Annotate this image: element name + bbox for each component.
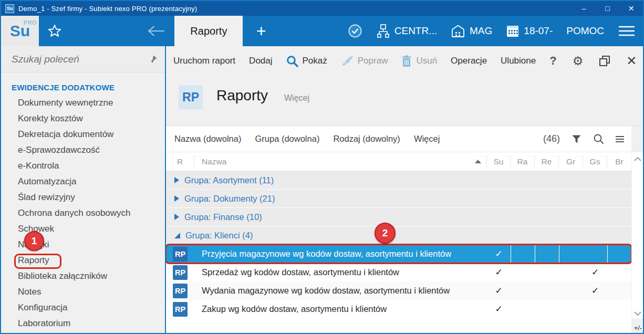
- filter-nazwa-dowolna-[interactable]: Nazwa (dowolna): [174, 134, 241, 144]
- table-row[interactable]: RPWydania magazynowe wg kodów dostaw, as…: [166, 281, 631, 300]
- group-row[interactable]: Grupa: Dokumenty (21): [166, 190, 631, 208]
- tab-raporty[interactable]: Raporty: [174, 16, 243, 46]
- search-list-icon[interactable]: [593, 133, 604, 144]
- plus-minus-label[interactable]: +/-: [634, 325, 642, 332]
- filter-grupa-dowolna-[interactable]: Grupa (dowolna): [255, 134, 319, 144]
- filter-funnel-icon[interactable]: [572, 134, 581, 144]
- close-module-icon[interactable]: ✕: [626, 54, 637, 68]
- sidebar-item-automatyzacja[interactable]: Automatyzacja: [1, 174, 165, 190]
- toolbar-button-label: Popraw: [358, 56, 388, 66]
- building-icon: [451, 24, 465, 38]
- minimize-button[interactable]: –: [572, 1, 596, 16]
- group-expanded-icon[interactable]: [174, 233, 180, 238]
- column-header-re[interactable]: Re: [535, 155, 559, 168]
- toolbar-button-poka-[interactable]: Pokaż: [286, 55, 327, 67]
- table-row[interactable]: RPSprzedaż wg kodów dostaw, asortymentu …: [166, 263, 631, 281]
- report-badge: RP: [173, 302, 188, 317]
- help-menu[interactable]: POMOC: [566, 16, 604, 46]
- title-more-link[interactable]: Więcej: [284, 93, 309, 103]
- command-search[interactable]: [1, 46, 165, 72]
- sidebar-item-dokumenty-wewn-trzne[interactable]: Dokumenty wewnętrzne: [1, 95, 165, 111]
- column-header-gr[interactable]: Gr: [559, 155, 583, 168]
- report-badge: RP: [173, 247, 188, 262]
- column-header-su[interactable]: Su: [487, 155, 511, 168]
- app-window: Su Demo_1 - Szef firmy - Subiekt nexo PR…: [0, 0, 644, 334]
- column-header-nazwa[interactable]: Nazwa: [194, 155, 487, 168]
- row-badge-cell: RP: [166, 284, 194, 298]
- date-label: 18-07-: [524, 25, 553, 37]
- sidebar-item-konfiguracja[interactable]: Konfiguracja: [1, 300, 165, 316]
- branch-selector[interactable]: CENTR...: [377, 16, 437, 46]
- scroll-down-icon[interactable]: [632, 311, 643, 316]
- group-row[interactable]: Grupa: Asortyment (11): [166, 171, 631, 190]
- toolbar-button-label: Uruchom raport: [173, 56, 235, 66]
- sidebar-item-biblioteka-za-cznik-w[interactable]: Biblioteka załączników: [1, 268, 165, 284]
- sidebar-item-e-kontrola[interactable]: e-Kontrola: [1, 158, 165, 174]
- toolbar-button-operacje[interactable]: Operacje: [451, 56, 487, 66]
- group-collapsed-icon[interactable]: [174, 177, 179, 183]
- check-cell-ra: [511, 300, 535, 318]
- sort-ascending-icon: [475, 160, 481, 163]
- scroll-up-icon[interactable]: [632, 156, 643, 161]
- vertical-scrollbar[interactable]: [631, 152, 643, 318]
- toolbar-button-dodaj[interactable]: Dodaj: [249, 56, 272, 66]
- session-status-icon[interactable]: [347, 16, 363, 46]
- group-label: Grupa: Asortyment (11): [184, 175, 274, 185]
- pin-icon[interactable]: [148, 55, 158, 64]
- sidebar-item-ochrona-danych-osobowych[interactable]: Ochrona danych osobowych: [1, 205, 165, 221]
- column-header-ra[interactable]: Ra: [511, 155, 535, 168]
- help-label: POMOC: [566, 25, 604, 37]
- calendar-icon: [506, 24, 520, 38]
- date-selector[interactable]: 18-07-: [506, 16, 553, 46]
- report-name: Zakup wg kodów dostaw, asortymentu i kli…: [194, 304, 487, 314]
- sidebar-item-laboratorium[interactable]: Laboratorium: [1, 316, 165, 331]
- favorites-star-icon[interactable]: [39, 16, 70, 46]
- list-menu-icon[interactable]: [616, 134, 624, 144]
- hamburger-menu-icon[interactable]: [618, 16, 636, 46]
- filter-rodzaj-dowolny-[interactable]: Rodzaj (dowolny): [333, 134, 400, 144]
- column-header-r[interactable]: R: [166, 155, 194, 168]
- column-header-gs[interactable]: Gs: [583, 155, 607, 168]
- check-cell-ra: [511, 263, 535, 281]
- close-window-button[interactable]: ✕: [619, 1, 643, 16]
- toolbar-button-label: Pokaż: [303, 56, 327, 66]
- check-cell-gs: [583, 245, 607, 263]
- maximize-button[interactable]: □: [596, 1, 619, 16]
- help-button[interactable]: ?: [549, 54, 556, 68]
- sidebar-item--lad-rewizyjny[interactable]: Ślad rewizyjny: [1, 190, 165, 205]
- record-count: (46): [543, 133, 560, 144]
- group-collapsed-icon[interactable]: [174, 214, 179, 220]
- row-badge-cell: RP: [166, 302, 194, 317]
- check-cell-gr: [559, 263, 583, 281]
- sidebar-item-korekty-koszt-w[interactable]: Korekty kosztów: [1, 111, 165, 127]
- detach-window-icon[interactable]: [599, 55, 610, 67]
- sidebar-item-e-sprawozdawczo-[interactable]: e-Sprawozdawczość: [1, 142, 165, 158]
- toolbar-button-usu-[interactable]: Usuń: [401, 55, 437, 67]
- filter-wi-cej[interactable]: Więcej: [414, 134, 440, 144]
- group-row[interactable]: Grupa: Finanse (10): [166, 208, 631, 226]
- gear-icon[interactable]: ⚙: [573, 54, 584, 68]
- back-arrow-icon[interactable]: [138, 16, 174, 46]
- group-label: Grupa: Finanse (10): [184, 212, 262, 222]
- warehouse-selector[interactable]: MAG: [451, 16, 492, 46]
- group-row[interactable]: Grupa: Klienci (4): [166, 226, 631, 245]
- check-cell-re: [535, 263, 559, 281]
- search-input[interactable]: [12, 54, 148, 65]
- table-row[interactable]: RPPrzyjęcia magazynowe wg kodów dostaw, …: [166, 245, 631, 263]
- check-cell-gr: [559, 300, 583, 318]
- column-header-br[interactable]: Br: [607, 155, 631, 168]
- group-collapsed-icon[interactable]: [174, 195, 179, 202]
- sidebar-item-schowek[interactable]: Schowek: [1, 221, 165, 237]
- check-cell-ra: [511, 281, 535, 300]
- toolbar-button-uruchom-raport[interactable]: Uruchom raport: [173, 56, 235, 66]
- sidebar-item-notes[interactable]: Notes: [1, 284, 165, 300]
- new-tab-plus-icon[interactable]: +: [243, 16, 279, 46]
- check-cell-br: [607, 300, 631, 318]
- nav-bar: SuPRO Raporty + CENTR... MAG 18-07- POMO…: [1, 16, 643, 46]
- toolbar-button-popraw[interactable]: Popraw: [341, 55, 388, 67]
- table-row[interactable]: RPZakup wg kodów dostaw, asortymentu i k…: [166, 300, 631, 318]
- sidebar-item-raporty[interactable]: Raporty: [1, 253, 165, 268]
- sidebar-item-dekretacja-dokument-w[interactable]: Dekretacja dokumentów: [1, 127, 165, 142]
- page-title: Raporty: [216, 87, 268, 104]
- toolbar-button-ulubione[interactable]: Ulubione: [501, 56, 536, 66]
